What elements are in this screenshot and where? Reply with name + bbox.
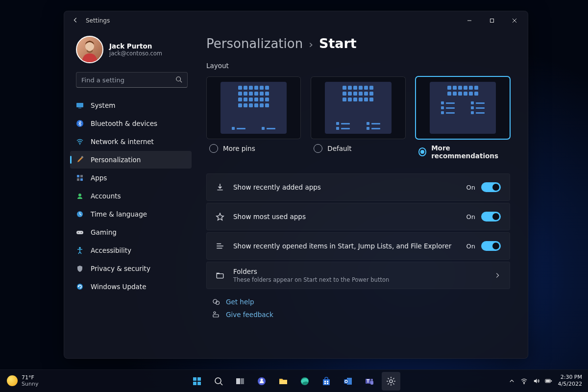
content-pane: Personalization › Start Layout [197,30,528,358]
taskbar: 71°F Sunny T 2:30 PM 4/5/2022 [0,369,588,392]
file-explorer-button[interactable] [274,372,293,391]
toggle-switch[interactable] [481,241,501,251]
nav-item-label: Time & language [91,210,147,218]
outlook-button[interactable] [339,372,357,391]
nav-item-update[interactable]: Windows Update [70,278,192,295]
layout-option-default[interactable]: Default [311,76,405,160]
svg-point-29 [214,312,216,314]
setting-most-used[interactable]: Show most used apps On [206,203,510,230]
svg-rect-13 [80,175,83,177]
nav-item-personalization[interactable]: Personalization [70,151,192,169]
svg-point-10 [79,144,80,145]
layout-option-more-recommendations[interactable]: More recommendations [416,76,510,160]
clock-time: 2:30 PM [558,374,582,381]
layout-option-label: More pins [223,145,255,152]
svg-text:T: T [367,379,369,384]
radio-icon [418,147,427,156]
folder-icon [216,271,224,280]
svg-rect-33 [193,382,196,385]
start-button[interactable] [188,372,206,391]
edge-button[interactable] [295,372,314,391]
help-links: Get help Give feedback [206,298,510,318]
nav-item-bluetooth[interactable]: Bluetooth & devices [70,115,192,132]
nav-item-apps[interactable]: Apps [70,169,192,187]
store-button[interactable] [317,372,336,391]
nav-item-accessibility[interactable]: Accessibility [70,242,192,259]
give-feedback-link[interactable]: Give feedback [212,311,510,318]
search-button[interactable] [209,372,228,391]
toggle-state-label: On [466,213,475,220]
svg-rect-49 [344,379,348,384]
chevron-up-icon[interactable] [508,377,515,385]
system-tray[interactable] [508,377,552,385]
battery-icon[interactable] [545,377,552,385]
svg-rect-26 [217,274,223,278]
system-icon [76,101,84,109]
svg-line-59 [388,378,389,379]
svg-point-4 [85,42,94,51]
setting-folders[interactable]: Folders These folders appear on Start ne… [206,262,510,289]
personalization-icon [76,156,84,164]
section-label-layout: Layout [206,62,510,70]
toggle-switch[interactable] [481,182,501,192]
nav-item-time[interactable]: Time & language [70,205,192,223]
svg-rect-30 [213,315,219,317]
search-box[interactable] [76,72,188,88]
svg-point-35 [215,378,221,384]
svg-point-53 [371,379,373,381]
volume-icon[interactable] [533,377,540,385]
taskbar-right: 2:30 PM 4/5/2022 [508,369,582,392]
layout-options: More pins [206,76,510,160]
svg-rect-34 [197,382,201,385]
list-icon [216,242,224,250]
window-controls [458,11,526,30]
radio-icon [314,144,322,153]
taskbar-center: T [188,372,400,391]
nav-item-network[interactable]: Network & internet [70,133,192,150]
svg-rect-8 [78,108,81,108]
toggle-switch[interactable] [481,212,501,221]
nav-item-accounts[interactable]: Accounts [70,187,192,205]
breadcrumb-parent[interactable]: Personalization [206,36,303,51]
layout-option-more-pins[interactable]: More pins [206,76,301,160]
avatar [76,36,103,63]
svg-rect-18 [76,231,83,234]
back-button[interactable] [72,17,79,25]
radio-icon [209,144,218,153]
setting-title: Show recently opened items in Start, Jum… [233,242,458,250]
nav-item-system[interactable]: System [70,97,192,114]
accessibility-icon [76,246,84,254]
sidebar: Jack Purton jack@contoso.com System Blue… [64,30,197,358]
nav-item-label: Personalization [91,156,141,164]
close-button[interactable] [503,11,526,30]
weather-widget[interactable]: 71°F Sunny [7,369,38,392]
task-view-button[interactable] [231,372,249,391]
svg-rect-14 [77,178,79,181]
minimize-button[interactable] [458,11,481,30]
nav-item-privacy[interactable]: Privacy & security [70,260,192,277]
clock[interactable]: 2:30 PM 4/5/2022 [558,374,582,388]
wifi-tray-icon[interactable] [520,377,528,385]
chevron-right-icon: › [309,38,313,50]
settings-taskbar-button[interactable] [382,372,400,391]
help-icon [212,298,220,306]
nav-item-label: System [91,101,115,109]
teams-button[interactable]: T [360,372,379,391]
svg-line-60 [393,383,394,384]
maximize-button[interactable] [481,11,503,30]
setting-desc: These folders appear on Start next to th… [233,276,485,283]
svg-point-19 [78,232,79,233]
svg-line-6 [180,80,182,82]
get-help-link[interactable]: Get help [212,298,510,306]
setting-recently-added[interactable]: Show recently added apps On [206,173,510,201]
settings-window: Settings Jack Purton [64,11,528,359]
svg-point-63 [523,383,524,384]
bluetooth-icon [76,120,84,127]
nav-item-label: Accounts [91,192,121,200]
search-input[interactable] [81,76,172,84]
update-icon [76,283,84,291]
user-profile[interactable]: Jack Purton jack@contoso.com [64,33,197,72]
chat-button[interactable] [252,372,271,391]
nav-item-gaming[interactable]: Gaming [70,223,192,241]
setting-recently-opened[interactable]: Show recently opened items in Start, Jum… [206,232,510,260]
